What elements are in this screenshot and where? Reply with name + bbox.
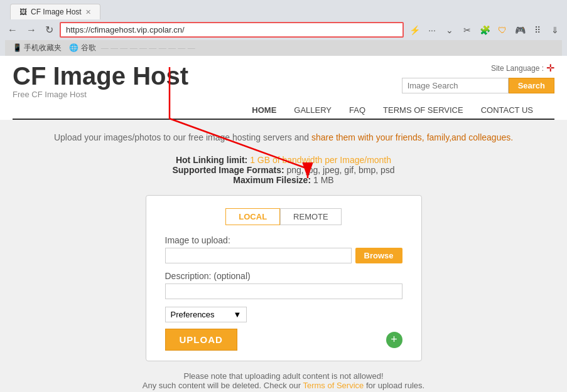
download-icon[interactable]: ⇓ (548, 23, 562, 37)
shield-icon: 🛡 (495, 23, 509, 37)
chevron-down-icon[interactable]: ⌄ (443, 23, 456, 37)
upload-button[interactable]: UPLOAD (165, 329, 237, 351)
preferences-select[interactable]: Preferences ▼ (165, 307, 247, 322)
nav-home[interactable]: HOME (243, 102, 285, 120)
nav-faq[interactable]: FAQ (340, 102, 374, 120)
cut-icon: ✂ (460, 23, 474, 37)
reload-button[interactable]: ↻ (43, 23, 56, 37)
site-language-label: Site Language : (491, 64, 544, 73)
tab-close-btn[interactable]: ✕ (85, 8, 91, 16)
file-input[interactable] (165, 248, 352, 263)
grid-icon: ⠿ (531, 23, 544, 37)
back-button[interactable]: ← (5, 23, 20, 37)
nav-contact[interactable]: CONTACT US (472, 102, 542, 120)
browser-tab[interactable]: 🖼 CF Image Host ✕ (10, 4, 100, 19)
tab-title: CF Image Host (31, 8, 82, 16)
address-bar-input[interactable]: https://cfimagehost.vip.cpolar.cn/ (60, 22, 404, 38)
bookmark-mobile[interactable]: 📱 手机收藏夹 (10, 42, 64, 54)
intro-text: Upload your images/photos to our free im… (13, 132, 554, 142)
tab-remote[interactable]: REMOTE (280, 208, 342, 225)
image-upload-label: Image to upload: (165, 235, 402, 245)
description-input[interactable] (165, 283, 402, 299)
forward-button[interactable]: → (24, 23, 39, 37)
search-button[interactable]: Search (509, 78, 554, 93)
add-more-icon[interactable]: + (386, 332, 402, 348)
game-icon: 🎮 (513, 23, 527, 37)
flag-icon: ✛ (546, 62, 554, 74)
nav-gallery[interactable]: GALLERY (285, 102, 340, 120)
puzzle-icon: 🧩 (478, 23, 492, 37)
chevron-down-icon: ▼ (234, 310, 242, 319)
description-label: Description: (optional) (165, 271, 402, 281)
site-subtitle: Free CF Image Host (13, 90, 188, 99)
more-icon[interactable]: ··· (425, 23, 439, 37)
tab-local[interactable]: LOCAL (225, 208, 280, 225)
bookmark-google[interactable]: 🌐 谷歌 (67, 42, 98, 54)
lightning-icon: ⚡ (408, 23, 421, 37)
tos-link[interactable]: Terms of Service (303, 381, 364, 390)
footer-note: Please note that uploading adult content… (13, 371, 554, 390)
nav-tos[interactable]: TERMS OF SERVICE (374, 102, 472, 120)
info-section: Hot Linking limit: 1 GB of bandwidth per… (13, 155, 554, 185)
tab-favicon: 🖼 (19, 8, 27, 16)
image-search-input[interactable] (402, 78, 509, 93)
upload-card: LOCAL REMOTE Image to upload: Browse Des… (146, 195, 422, 361)
site-title: CF Image Host (13, 62, 188, 90)
browse-button[interactable]: Browse (355, 248, 402, 263)
